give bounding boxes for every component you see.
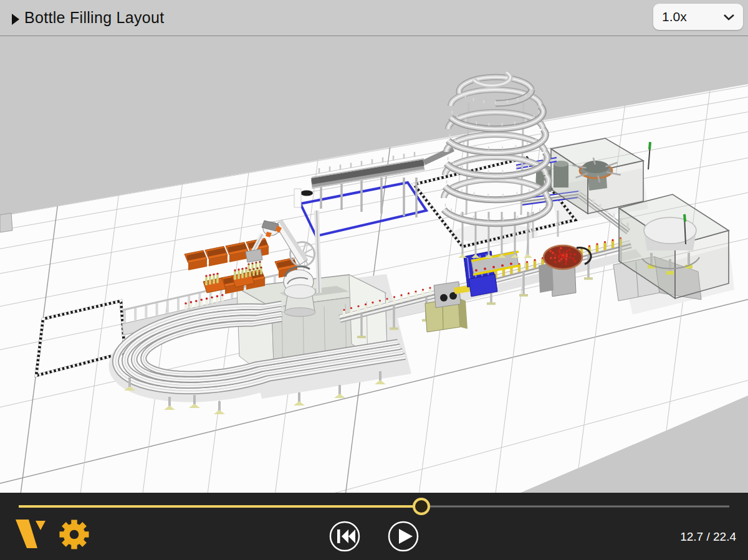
svg-text:12.7 / 22.4: 12.7 / 22.4 (680, 530, 736, 543)
